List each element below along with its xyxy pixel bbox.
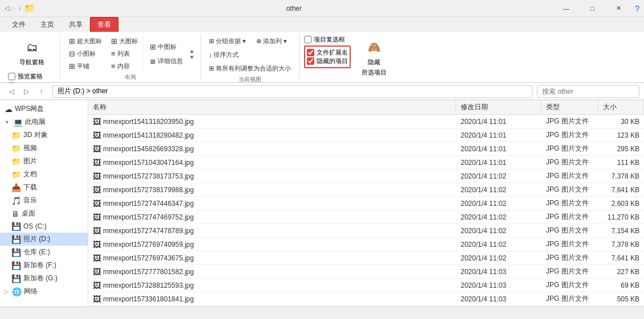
file-date: 2020/1/4 11:03 — [456, 292, 542, 305]
fit-columns-button[interactable]: ⊞ 将所有列调整为合适的大小 — [206, 63, 294, 74]
folder-icon: 📁 — [24, 3, 35, 14]
table-row[interactable]: 🖼mmexport1573361801841.jpg 2020/1/4 11:0… — [88, 292, 644, 306]
tab-share[interactable]: 共享 — [61, 17, 90, 32]
sidebar-item-downloads[interactable]: 📥 下载 — [0, 181, 88, 194]
file-type: JPG 图片文件 — [542, 169, 598, 183]
sidebar-item-desktop[interactable]: 🖥 桌面 — [0, 207, 88, 220]
hidden-items-label[interactable]: 隐藏的项目 — [307, 57, 348, 65]
thispc-expand: ▼ — [5, 119, 10, 125]
sort-by-button[interactable]: ⊞ 分组依据 ▾ — [206, 35, 249, 47]
sidebar-item-3d[interactable]: 📁 3D 对象 — [0, 129, 88, 142]
extra-large-btn[interactable]: ⊞超大图标 — [65, 35, 106, 47]
forward-nav-button[interactable]: ▷ — [19, 85, 33, 98]
close-button[interactable]: ✕ — [605, 0, 631, 17]
file-icon: 🖼 — [93, 117, 101, 126]
preview-pane-input[interactable] — [8, 73, 15, 80]
address-input[interactable] — [52, 85, 532, 98]
small-icon-btn[interactable]: ⊟小图标 — [65, 48, 106, 60]
header-date[interactable]: 修改日期 — [456, 100, 542, 114]
file-list: 名称 修改日期 类型 大小 🖼mmexport1541318203950.jpg… — [88, 100, 644, 306]
file-name: 🖼mmexport1572769743675.jpg — [88, 251, 456, 264]
tab-view[interactable]: 查看 — [90, 17, 118, 32]
file-size: 30 KB — [598, 115, 644, 128]
details-btn[interactable]: ≣详细信息 — [146, 55, 187, 67]
preview-pane-label: 预览窗格 — [18, 72, 43, 81]
list-btn[interactable]: ≡列表 — [107, 48, 142, 60]
file-ext-label[interactable]: 文件扩展名 — [307, 48, 348, 57]
hide-button[interactable]: 🙈 隐藏 所选项目 — [358, 35, 391, 80]
documents-label: 文档 — [23, 169, 37, 179]
table-row[interactable]: 🖼mmexport1572738173753.jpg 2020/1/4 11:0… — [88, 169, 644, 183]
file-type: JPG 图片文件 — [542, 210, 598, 223]
table-row[interactable]: 🖼mmexport1572747469752.jpg 2020/1/4 11:0… — [88, 210, 644, 224]
table-row[interactable]: 🖼mmexport1545826693328.jpg 2020/1/4 11:0… — [88, 142, 644, 156]
sidebar-item-network[interactable]: ▷ 🌐 网络 — [0, 285, 88, 298]
search-input[interactable] — [537, 85, 639, 98]
help-icon[interactable]: ? — [635, 4, 639, 13]
header-size[interactable]: 大小 — [598, 100, 644, 114]
sidebar-item-wps[interactable]: ☁ WPS网盘 — [0, 102, 88, 115]
up-icon[interactable]: ↑ — [18, 5, 22, 12]
sort-icon: ⊞ — [209, 38, 214, 45]
tile-btn[interactable]: ⊞平铺 — [65, 60, 106, 72]
table-row[interactable]: 🖼mmexport1572747478789.jpg 2020/1/4 11:0… — [88, 224, 644, 238]
wps-icon: ☁ — [5, 105, 13, 114]
layout-scroll-up[interactable]: ▲ — [188, 48, 196, 54]
photosd-label: 照片 (D:) — [23, 234, 50, 244]
maximize-button[interactable]: □ — [579, 0, 605, 17]
window-title: other — [39, 5, 550, 13]
table-row[interactable]: 🖼mmexport1572769743675.jpg 2020/1/4 11:0… — [88, 251, 644, 265]
nav-arrows: ◁ ▷ ↑ — [5, 85, 48, 98]
file-date: 2020/1/4 11:03 — [456, 265, 542, 278]
ribbon-group-showhide: 项目复选框 文件扩展名 隐藏的项目 🙈 隐藏 所选 — [300, 34, 395, 80]
item-checkbox-input[interactable] — [304, 36, 311, 43]
add-column-button[interactable]: ⊕ 添加列 ▾ — [253, 35, 290, 47]
sidebar-item-warehousee[interactable]: 💾 仓库 (E:) — [0, 246, 88, 259]
sort-order-button[interactable]: ↕ 排序方式 — [206, 49, 294, 61]
header-type[interactable]: 类型 — [542, 100, 598, 114]
table-row[interactable]: 🖼mmexport1573288125593.jpg 2020/1/4 11:0… — [88, 279, 644, 292]
hidden-items-input[interactable] — [307, 57, 314, 65]
table-row[interactable]: 🖼mmexport1572747446347.jpg 2020/1/4 11:0… — [88, 197, 644, 210]
sidebar-item-music[interactable]: 🎵 音乐 — [0, 194, 88, 207]
sidebar-item-newvolg[interactable]: 💾 新加卷 (G:) — [0, 272, 88, 285]
table-row[interactable]: 🖼mmexport1572738179988.jpg 2020/1/4 11:0… — [88, 183, 644, 197]
sidebar-item-photosd[interactable]: 💾 照片 (D:) — [0, 233, 88, 246]
file-icon: 🖼 — [93, 131, 101, 140]
content-btn[interactable]: ≡内容 — [107, 60, 142, 72]
main-content: ☁ WPS网盘 ▼ 💻 此电脑 📁 3D 对象 📁 视频 📁 图片 📁 文档 📥… — [0, 100, 644, 306]
table-row[interactable]: 🖼mmexport1572777801582.jpg 2020/1/4 11:0… — [88, 265, 644, 279]
table-row[interactable]: 🖼mmexport1541318203950.jpg 2020/1/4 11:0… — [88, 115, 644, 129]
table-row[interactable]: 🖼mmexport1541318280482.jpg 2020/1/4 11:0… — [88, 129, 644, 142]
preview-pane-checkbox[interactable]: 预览窗格 — [8, 72, 55, 81]
details-btn-icon: ≣ — [150, 57, 156, 65]
file-size: 295 KB — [598, 142, 644, 155]
up-nav-button[interactable]: ↑ — [34, 85, 48, 98]
sidebar-item-pictures[interactable]: 📁 图片 — [0, 155, 88, 168]
tab-home[interactable]: 主页 — [33, 17, 61, 32]
file-date: 2020/1/4 11:02 — [456, 238, 542, 251]
network-label: 网络 — [24, 287, 38, 296]
table-row[interactable]: 🖼mmexport1572769740959.jpg 2020/1/4 11:0… — [88, 238, 644, 251]
table-row[interactable]: 🖼mmexport1571043047164.jpg 2020/1/4 11:0… — [88, 156, 644, 169]
layout-scroll-down[interactable]: ▼ — [188, 54, 196, 60]
large-icon-btn[interactable]: ⊞大图标 — [107, 35, 142, 47]
back-nav-button[interactable]: ◁ — [5, 85, 18, 98]
back-icon[interactable]: ◁ — [5, 5, 9, 12]
file-date: 2020/1/4 11:02 — [456, 210, 542, 223]
file-ext-input[interactable] — [307, 49, 314, 56]
forward-icon[interactable]: ▷ — [11, 5, 16, 12]
file-type: JPG 图片文件 — [542, 292, 598, 305]
sidebar-item-thispc[interactable]: ▼ 💻 此电脑 — [0, 115, 88, 129]
sidebar-item-documents[interactable]: 📁 文档 — [0, 168, 88, 181]
item-checkbox-label[interactable]: 项目复选框 — [304, 35, 351, 44]
medium-icon-btn[interactable]: ⊞中图标 — [146, 41, 187, 53]
header-name[interactable]: 名称 — [88, 100, 456, 114]
nav-pane-button[interactable]: 🗂 导航窗格 — [15, 35, 48, 69]
minimize-button[interactable]: — — [553, 0, 579, 17]
sidebar-item-newvolf[interactable]: 💾 新加卷 (F:) — [0, 259, 88, 272]
ribbon: 🗂 导航窗格 预览窗格 详细信息窗格 窗格 — [0, 32, 644, 83]
sidebar-item-osc[interactable]: 💾 OS (C:) — [0, 220, 88, 233]
sidebar-item-video[interactable]: 📁 视频 — [0, 142, 88, 155]
tab-file[interactable]: 文件 — [5, 17, 33, 32]
